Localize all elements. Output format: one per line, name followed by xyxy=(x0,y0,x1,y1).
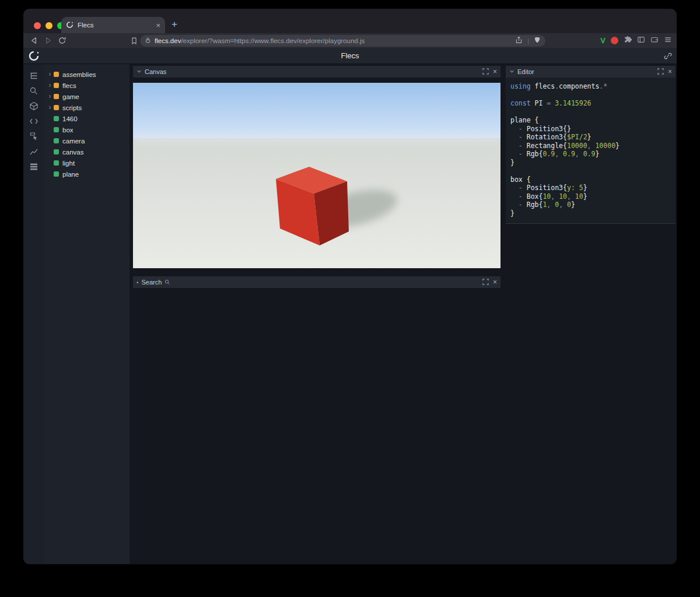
vimium-extension-icon[interactable]: V xyxy=(600,36,606,45)
close-panel-icon[interactable]: × xyxy=(493,69,497,75)
window-close-button[interactable] xyxy=(34,22,41,29)
tree-item-1460[interactable]: 1460 xyxy=(44,113,130,124)
flecs-favicon-icon xyxy=(66,21,74,30)
tree-item-label: flecs xyxy=(62,82,76,89)
code-line: plane { xyxy=(510,116,671,125)
expand-chevron-icon[interactable]: › xyxy=(47,82,53,89)
inspect-icon[interactable] xyxy=(27,132,40,141)
3d-viewport[interactable] xyxy=(133,83,501,268)
search-panel-header[interactable]: • Search × xyxy=(133,276,501,288)
window-minimize-button[interactable] xyxy=(46,22,52,29)
code-line xyxy=(510,91,671,100)
entities-cube-icon[interactable] xyxy=(27,101,40,111)
expand-panel-icon[interactable] xyxy=(657,68,664,76)
expand-panel-icon[interactable] xyxy=(482,68,489,76)
canvas-panel-header[interactable]: Canvas × xyxy=(133,66,501,78)
new-tab-button[interactable]: + xyxy=(172,19,177,30)
back-button[interactable] xyxy=(27,36,41,45)
url-text: flecs.dev/explorer/?wasm=https://www.fle… xyxy=(155,37,512,44)
expand-panel-icon[interactable] xyxy=(482,279,489,286)
app-body: ›assemblies›flecs›game›scripts1460boxcam… xyxy=(23,64,677,564)
extensions-puzzle-icon[interactable] xyxy=(624,36,632,46)
code-line: using flecs.components.* xyxy=(510,82,671,91)
tab-close-icon[interactable]: × xyxy=(156,21,160,30)
close-panel-icon[interactable]: × xyxy=(493,279,497,285)
entity-dot-icon xyxy=(54,160,59,166)
code-line: const PI = 3.1415926 xyxy=(510,99,671,108)
code-line xyxy=(510,108,671,117)
entity-dot-icon xyxy=(54,149,59,154)
wallet-icon[interactable] xyxy=(650,36,659,46)
chevron-down-icon[interactable] xyxy=(509,68,514,75)
queries-list-icon[interactable] xyxy=(27,162,40,171)
expand-chevron-icon[interactable]: › xyxy=(47,104,53,111)
browser-tab-strip: Flecs × + xyxy=(23,9,677,33)
code-line: - Rotation3{$PI/2} xyxy=(510,133,671,142)
module-dot-icon xyxy=(54,72,59,77)
adblock-extension-icon[interactable] xyxy=(611,37,618,44)
tree-item-light[interactable]: light xyxy=(44,157,130,168)
code-line: - Position3{} xyxy=(510,125,671,134)
share-link-icon[interactable] xyxy=(664,52,672,62)
urlbar-divider: | xyxy=(526,37,530,44)
tree-item-label: assemblies xyxy=(62,71,96,78)
code-line: - Rectangle{10000, 10000} xyxy=(510,142,671,150)
tree-item-label: light xyxy=(62,160,75,167)
url-host: flecs.dev xyxy=(155,37,181,44)
sidebar-toggle-icon[interactable] xyxy=(637,36,645,46)
code-line: - Rgb{1, 0, 0} xyxy=(510,201,671,209)
tree-item-scripts[interactable]: ›scripts xyxy=(44,102,130,113)
url-bar[interactable]: flecs.dev/explorer/?wasm=https://www.fle… xyxy=(140,35,545,47)
chevron-down-icon[interactable] xyxy=(136,68,142,75)
canvas-panel-title: Canvas xyxy=(145,68,480,75)
search-icon[interactable] xyxy=(27,86,40,96)
share-icon[interactable] xyxy=(515,36,523,46)
close-panel-icon[interactable]: × xyxy=(668,69,672,75)
left-icon-strip xyxy=(23,64,44,564)
editor-code[interactable]: using flecs.components.* const PI = 3.14… xyxy=(506,78,676,223)
canvas-panel: Canvas × xyxy=(133,66,501,268)
code-line: } xyxy=(510,209,671,218)
stats-chart-icon[interactable] xyxy=(27,147,40,156)
browser-window: Flecs × + flecs.dev/explorer/?wasm=https… xyxy=(23,9,677,564)
tree-item-label: game xyxy=(62,93,79,100)
browser-menu-icon[interactable] xyxy=(664,36,672,46)
brave-shield-icon[interactable] xyxy=(534,36,541,46)
tree-item-flecs[interactable]: ›flecs xyxy=(44,80,130,91)
editor-panel-header[interactable]: Editor × xyxy=(506,66,676,78)
entity-dot-icon xyxy=(54,127,59,132)
search-magnifier-icon xyxy=(164,278,480,286)
main-area: Canvas × xyxy=(130,64,677,564)
module-dot-icon xyxy=(54,94,59,99)
tree-item-label: 1460 xyxy=(62,115,78,122)
collapsed-dot-icon[interactable]: • xyxy=(136,279,139,286)
lock-icon xyxy=(145,36,151,46)
reload-button[interactable] xyxy=(55,36,69,45)
module-dot-icon xyxy=(54,83,59,88)
sky xyxy=(133,83,501,141)
expand-chevron-icon[interactable]: › xyxy=(47,71,53,78)
code-line: - Box{10, 10, 10} xyxy=(510,192,671,201)
tree-item-box[interactable]: box xyxy=(44,124,130,135)
tree-item-plane[interactable]: plane xyxy=(44,168,130,180)
tree-item-label: camera xyxy=(62,138,85,145)
tree-item-label: scripts xyxy=(62,104,82,111)
tree-item-label: canvas xyxy=(62,149,83,156)
tree-item-game[interactable]: ›game xyxy=(44,91,130,102)
entity-tree-icon[interactable] xyxy=(27,71,40,80)
browser-tab[interactable]: Flecs × xyxy=(61,17,165,33)
tree-item-camera[interactable]: camera xyxy=(44,135,130,146)
module-dot-icon xyxy=(54,105,59,110)
code-line: box { xyxy=(510,175,671,184)
tree-item-canvas[interactable]: canvas xyxy=(44,146,130,157)
forward-button[interactable] xyxy=(41,36,55,45)
tree-item-assemblies[interactable]: ›assemblies xyxy=(44,69,130,80)
bookmark-icon[interactable] xyxy=(127,37,141,45)
expand-chevron-icon[interactable]: › xyxy=(47,93,53,100)
app-header: Flecs xyxy=(23,48,677,64)
code-icon[interactable] xyxy=(27,117,40,126)
entity-dot-icon xyxy=(54,138,59,143)
extension-icons: V xyxy=(600,33,672,48)
tree-item-label: box xyxy=(62,127,74,134)
traffic-lights xyxy=(34,22,64,29)
